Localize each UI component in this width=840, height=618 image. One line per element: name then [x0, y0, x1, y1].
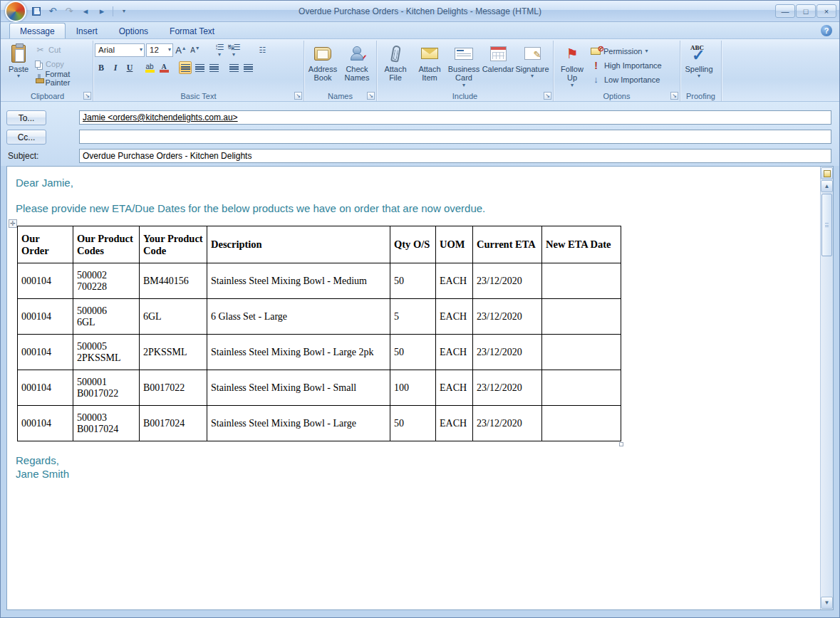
maximize-button[interactable]: □: [796, 4, 816, 18]
table-cell[interactable]: B0017024: [140, 406, 207, 441]
greeting-text[interactable]: Dear Jamie,: [16, 177, 816, 189]
minimize-button[interactable]: —: [775, 4, 795, 18]
table-cell[interactable]: 000104: [18, 299, 73, 335]
tab-options[interactable]: Options: [108, 23, 159, 38]
table-resize-handle[interactable]: [619, 442, 623, 446]
bold-button[interactable]: B: [95, 61, 108, 74]
high-importance-button[interactable]: ! High Importance: [589, 59, 663, 71]
help-button[interactable]: ?: [821, 25, 832, 36]
redo-button[interactable]: ↷: [62, 4, 76, 19]
table-cell[interactable]: 500002 700228: [73, 263, 140, 299]
next-item-button[interactable]: ▸: [95, 4, 109, 19]
align-left-button[interactable]: [179, 61, 192, 74]
align-right-button[interactable]: [207, 61, 220, 74]
underline-button[interactable]: U: [123, 61, 136, 74]
subject-field[interactable]: Overdue Purchase Orders - Kitchen Deligh…: [79, 149, 831, 163]
align-center-button[interactable]: [193, 61, 206, 74]
font-color-button[interactable]: A: [157, 61, 170, 74]
table-cell[interactable]: Stainless Steel Mixing Bowl - Large: [207, 406, 390, 441]
cut-button[interactable]: ✂ Cut: [33, 43, 91, 56]
font-name-combo[interactable]: Arial ▾: [95, 43, 145, 57]
scrollbar-thumb[interactable]: [821, 194, 832, 256]
table-cell[interactable]: [542, 335, 621, 370]
basic-text-dialog-launcher[interactable]: ↘: [294, 92, 302, 100]
office-button[interactable]: [5, 1, 26, 22]
table-cell[interactable]: 23/12/2020: [473, 406, 542, 441]
low-importance-button[interactable]: ↓ Low Importance: [589, 73, 663, 85]
table-cell[interactable]: 500001 B0017022: [73, 370, 140, 406]
table-cell[interactable]: 50: [390, 263, 436, 299]
decrease-indent-button[interactable]: [227, 61, 240, 74]
tab-message[interactable]: Message: [9, 23, 66, 38]
table-cell[interactable]: EACH: [436, 370, 473, 406]
attach-file-button[interactable]: Attach File: [378, 42, 413, 90]
save-button[interactable]: [29, 4, 43, 19]
table-cell[interactable]: 000104: [18, 406, 73, 441]
table-cell[interactable]: 23/12/2020: [473, 263, 542, 299]
table-cell[interactable]: Stainless Steel Mixing Bowl - Medium: [207, 263, 390, 299]
paste-button[interactable]: Paste ▾: [4, 42, 33, 90]
table-cell[interactable]: [542, 299, 621, 335]
copy-button[interactable]: Copy: [33, 58, 91, 70]
bullets-button[interactable]: ⁝☰▾: [213, 43, 226, 56]
intro-text[interactable]: Please provide new ETA/Due Dates for the…: [16, 202, 816, 214]
grow-font-button[interactable]: A▲: [175, 43, 187, 56]
cc-field[interactable]: [79, 130, 831, 144]
table-cell[interactable]: B0017022: [140, 370, 207, 406]
cc-button[interactable]: Cc...: [6, 130, 46, 145]
table-cell[interactable]: 50: [390, 406, 436, 441]
scroll-up-button[interactable]: ▲: [821, 180, 833, 192]
signature-button[interactable]: Signature ▾: [515, 42, 549, 90]
table-cell[interactable]: [542, 263, 621, 299]
tab-format-text[interactable]: Format Text: [159, 23, 225, 38]
close-button[interactable]: ×: [816, 4, 836, 18]
table-cell[interactable]: Stainless Steel Mixing Bowl - Large 2pk: [207, 335, 390, 370]
table-cell[interactable]: 100: [390, 370, 436, 406]
font-size-combo[interactable]: 12 ▾: [146, 43, 173, 57]
table-cell[interactable]: 000104: [18, 263, 73, 299]
table-cell[interactable]: 5: [390, 299, 436, 335]
address-book-button[interactable]: Address Book: [306, 42, 340, 90]
shrink-font-button[interactable]: A▼: [189, 43, 202, 56]
table-cell[interactable]: EACH: [436, 299, 473, 335]
scroll-down-button[interactable]: ▼: [821, 597, 833, 609]
multilevel-list-button[interactable]: ☷: [256, 43, 269, 56]
attach-item-button[interactable]: Attach Item: [413, 42, 447, 90]
ruler-toggle-button[interactable]: [821, 167, 833, 179]
table-cell[interactable]: 23/12/2020: [473, 335, 542, 370]
table-cell[interactable]: 500006 6GL: [73, 299, 140, 335]
table-cell[interactable]: EACH: [436, 263, 473, 299]
table-cell[interactable]: BM440156: [140, 263, 207, 299]
table-cell[interactable]: [542, 370, 621, 406]
table-cell[interactable]: EACH: [436, 406, 473, 441]
to-field[interactable]: Jamie <orders@kitchendelights.com.au>: [79, 110, 831, 125]
follow-up-button[interactable]: ⚑ Follow Up ▾: [555, 42, 589, 90]
table-cell[interactable]: EACH: [436, 335, 473, 370]
spelling-button[interactable]: ABC✓ Spelling ▾: [682, 42, 716, 90]
calendar-button[interactable]: Calendar: [481, 42, 515, 90]
text-highlight-button[interactable]: ab: [143, 61, 156, 74]
table-cell[interactable]: 500005 2PKSSML: [73, 335, 140, 370]
table-move-handle-icon[interactable]: ✛: [9, 219, 17, 228]
names-dialog-launcher[interactable]: ↘: [367, 92, 375, 100]
table-cell[interactable]: 2PKSSML: [140, 335, 207, 370]
check-names-button[interactable]: ✓ Check Names: [340, 42, 374, 90]
table-cell[interactable]: 500003 B0017024: [73, 406, 140, 441]
italic-button[interactable]: I: [109, 61, 122, 74]
vertical-scrollbar[interactable]: ▲ ▼: [820, 167, 833, 609]
table-cell[interactable]: [542, 406, 621, 441]
options-dialog-launcher[interactable]: ↘: [670, 92, 678, 100]
business-card-button[interactable]: Business Card ▾: [447, 42, 481, 90]
table-cell[interactable]: 6GL: [140, 299, 207, 335]
closing-text[interactable]: Regards, Jane Smith: [16, 454, 816, 481]
increase-indent-button[interactable]: [242, 61, 254, 74]
table-cell[interactable]: Stainless Steel Mixing Bowl - Small: [207, 370, 390, 406]
table-cell[interactable]: 000104: [18, 370, 73, 406]
table-cell[interactable]: 6 Glass Set - Large: [207, 299, 390, 335]
table-cell[interactable]: 50: [390, 335, 436, 370]
table-cell[interactable]: 23/12/2020: [473, 299, 542, 335]
previous-item-button[interactable]: ◂: [78, 4, 93, 19]
format-painter-button[interactable]: Format Painter: [33, 72, 91, 84]
undo-button[interactable]: ↶: [46, 4, 60, 19]
clipboard-dialog-launcher[interactable]: ↘: [83, 92, 91, 100]
